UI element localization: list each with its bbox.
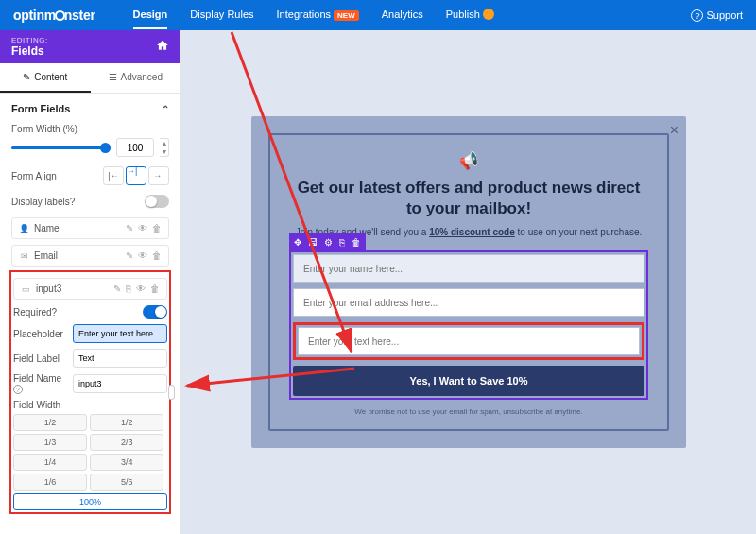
nav-integrations-label: Integrations <box>277 9 331 20</box>
trash-icon[interactable]: 🗑 <box>352 237 361 248</box>
tab-content-label: Content <box>34 72 67 82</box>
field-label-label: Field Label <box>13 353 60 364</box>
resize-handle[interactable] <box>168 385 175 400</box>
field-input3-label: input3 <box>36 284 61 294</box>
nav-analytics[interactable]: Analytics <box>382 1 423 29</box>
block-toolbar: ✥ 🖫 ⚙ ⎘ 🗑 <box>289 233 366 250</box>
support-link[interactable]: ?Support <box>691 9 743 22</box>
close-icon[interactable]: × <box>670 122 679 139</box>
popup-preview: × 📢 Get our latest offers and product ne… <box>251 116 686 448</box>
tab-advanced[interactable]: ☰Advanced <box>91 63 181 93</box>
email-input[interactable] <box>293 288 644 317</box>
fineprint[interactable]: We promise not to use your email for spa… <box>289 407 648 416</box>
width-100[interactable]: 100% <box>13 493 167 510</box>
width-2-3[interactable]: 2/3 <box>90 434 163 451</box>
width-1-4[interactable]: 1/4 <box>13 454 87 471</box>
tab-content[interactable]: ✎Content <box>0 63 91 93</box>
annotation-red-box-sidebar: ▭input3 ✎⎘👁🗑 Required? Placeholder Field… <box>9 270 171 514</box>
nav-design[interactable]: Design <box>133 1 168 29</box>
text-icon: ▭ <box>21 284 31 294</box>
name-input[interactable] <box>293 254 644 283</box>
form-block-selected[interactable]: ✥ 🖫 ⚙ ⎘ 🗑 Yes, I Want to Save 10% <box>289 250 648 400</box>
field-item-input3[interactable]: ▭input3 ✎⎘👁🗑 <box>13 278 167 300</box>
slider-thumb[interactable] <box>100 143 111 153</box>
align-center-button[interactable]: →|← <box>126 166 146 185</box>
annotation-red-box-input <box>293 322 644 360</box>
help-icon[interactable]: ? <box>13 385 23 394</box>
logo: optinmnster <box>13 8 95 23</box>
width-3-4[interactable]: 3/4 <box>90 454 163 471</box>
nav-publish[interactable]: Publish <box>446 1 494 29</box>
gear-icon[interactable]: ⚙ <box>324 237 333 248</box>
field-item-email[interactable]: ✉Email ✎👁🗑 <box>11 245 169 267</box>
tab-advanced-label: Advanced <box>121 72 163 82</box>
edit-icon[interactable]: ✎ <box>113 284 121 294</box>
visibility-icon[interactable]: 👁 <box>136 284 146 294</box>
visibility-icon[interactable]: 👁 <box>138 223 147 233</box>
form-width-slider[interactable] <box>11 146 111 149</box>
home-icon[interactable] <box>156 39 169 56</box>
field-item-name[interactable]: 👤Name ✎👁🗑 <box>11 217 169 239</box>
field-name-row: Field Name ? <box>13 373 167 394</box>
field-name-label: Field Name <box>13 373 61 384</box>
field-name-input[interactable] <box>73 374 167 393</box>
nav-integrations[interactable]: IntegrationsNEW <box>277 1 359 29</box>
step-down-icon[interactable]: ▾ <box>160 147 168 156</box>
field-email-label: Email <box>34 250 58 261</box>
editing-section: Fields <box>11 44 48 58</box>
editing-label: EDITING: <box>11 36 48 44</box>
visibility-icon[interactable]: 👁 <box>138 250 147 261</box>
display-labels-toggle[interactable] <box>145 195 169 208</box>
sliders-icon: ☰ <box>109 72 117 82</box>
settings-panel: Form Fields ⌃ Form Width (%) ▴▾ Form Ali… <box>0 94 180 534</box>
width-buttons: 1/2 1/2 1/3 2/3 1/4 3/4 1/6 5/6 100% <box>13 414 167 510</box>
canvas: × 📢 Get our latest offers and product ne… <box>181 30 756 534</box>
cta-button[interactable]: Yes, I Want to Save 10% <box>293 366 644 396</box>
sidebar-tabs: ✎Content ☰Advanced <box>0 63 180 94</box>
top-nav: optinmnster Design Display Rules Integra… <box>0 0 756 30</box>
section-title: Form Fields <box>11 103 70 114</box>
nav-display-rules[interactable]: Display Rules <box>190 1 253 29</box>
required-label: Required? <box>13 307 57 318</box>
placeholder-input[interactable] <box>73 324 167 343</box>
edit-icon[interactable]: ✎ <box>126 250 133 261</box>
align-right-button[interactable]: →| <box>148 166 169 185</box>
field-label-input[interactable] <box>73 349 167 368</box>
sidebar: EDITING: Fields ✎Content ☰Advanced Form … <box>0 30 181 534</box>
display-labels-row: Display labels? <box>11 195 169 208</box>
chevron-up-icon: ⌃ <box>162 104 169 114</box>
align-left-button[interactable]: |← <box>103 166 124 185</box>
support-label: Support <box>706 9 743 21</box>
delete-icon[interactable]: 🗑 <box>152 250 162 261</box>
user-icon: 👤 <box>19 223 29 233</box>
new-badge: NEW <box>334 10 359 21</box>
mail-icon: ✉ <box>19 250 29 261</box>
copy-icon[interactable]: ⎘ <box>126 284 131 294</box>
required-row: Required? <box>13 305 167 319</box>
copy-icon[interactable]: ⎘ <box>339 237 345 248</box>
width-stepper[interactable]: ▴▾ <box>160 138 169 157</box>
delete-icon[interactable]: 🗑 <box>152 223 162 233</box>
section-form-fields[interactable]: Form Fields ⌃ <box>11 103 169 114</box>
form-width-row: Form Width (%) ▴▾ <box>11 124 169 157</box>
required-toggle[interactable] <box>143 305 167 319</box>
width-1-6[interactable]: 1/6 <box>13 474 87 491</box>
width-5-6[interactable]: 5/6 <box>90 474 163 491</box>
megaphone-icon: 📢 <box>457 150 480 173</box>
delete-icon[interactable]: 🗑 <box>150 284 160 294</box>
help-icon: ? <box>691 9 703 22</box>
move-icon[interactable]: ✥ <box>294 237 301 248</box>
save-icon[interactable]: 🖫 <box>308 237 318 248</box>
publish-dot-icon <box>483 9 494 20</box>
width-1-2a[interactable]: 1/2 <box>13 414 87 431</box>
width-1-2b[interactable]: 1/2 <box>90 414 163 431</box>
form-width-input[interactable] <box>116 138 154 157</box>
text-input[interactable] <box>298 327 640 355</box>
field-name-label: Name <box>34 223 60 233</box>
width-1-3[interactable]: 1/3 <box>13 434 87 451</box>
popup-heading[interactable]: Get our latest offers and product news d… <box>289 178 648 219</box>
step-up-icon[interactable]: ▴ <box>160 139 168 147</box>
placeholder-row: Placeholder <box>13 324 167 343</box>
pencil-icon: ✎ <box>23 72 30 82</box>
edit-icon[interactable]: ✎ <box>126 223 133 233</box>
